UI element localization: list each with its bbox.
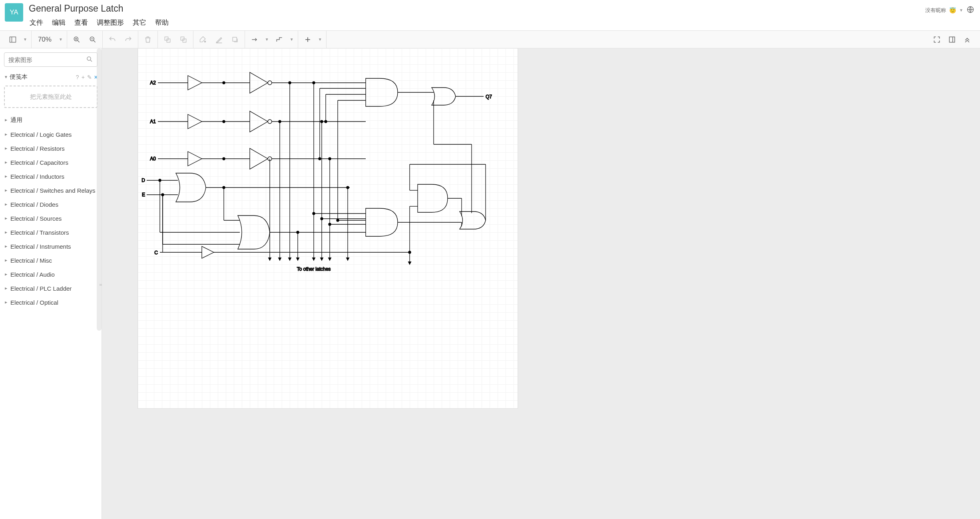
collapse-button[interactable] xyxy=(962,34,973,45)
search-icon[interactable] xyxy=(86,56,93,64)
category-label: Electrical / Misc xyxy=(10,257,52,264)
svg-line-4 xyxy=(78,40,79,42)
chevron-down-icon[interactable]: ▼ xyxy=(265,37,269,42)
svg-point-14 xyxy=(204,41,205,42)
svg-rect-13 xyxy=(181,37,184,40)
chevron-down-icon[interactable]: ▼ xyxy=(59,37,63,42)
category-label: Electrical / Switches and Relays xyxy=(10,187,96,194)
category-item[interactable]: ▼通用 xyxy=(0,113,102,128)
category-item[interactable]: ▼Electrical / Diodes xyxy=(0,198,102,212)
connection-button[interactable] xyxy=(249,34,260,45)
to-front-button[interactable] xyxy=(162,34,173,45)
category-label: Electrical / Diodes xyxy=(10,201,58,208)
zoom-in-button[interactable] xyxy=(71,34,82,45)
search-input[interactable] xyxy=(8,56,86,63)
plus-icon[interactable]: + xyxy=(82,74,85,80)
svg-point-27 xyxy=(268,81,272,85)
category-item[interactable]: ▼Electrical / Switches and Relays xyxy=(0,184,102,198)
category-item[interactable]: ▼Electrical / Sources xyxy=(0,212,102,226)
globe-icon[interactable] xyxy=(966,6,974,15)
chevron-down-icon[interactable]: ▼ xyxy=(23,37,27,42)
circuit-diagram[interactable]: A2 A1 A0 D E C Q7 To other latches xyxy=(138,48,518,328)
category-item[interactable]: ▼Electrical / Capacitors xyxy=(0,156,102,170)
fill-color-button[interactable] xyxy=(197,34,209,45)
menu-help[interactable]: 帮助 xyxy=(155,18,169,27)
triangle-right-icon: ▼ xyxy=(4,118,8,122)
label-q7: Q7 xyxy=(486,94,492,100)
svg-rect-20 xyxy=(949,37,954,42)
svg-point-80 xyxy=(325,120,327,123)
canvas[interactable]: A2 A1 A0 D E C Q7 To other latches xyxy=(102,48,980,519)
menu-other[interactable]: 其它 xyxy=(133,18,146,27)
fullscreen-button[interactable] xyxy=(931,34,942,45)
category-label: Electrical / PLC Ladder xyxy=(10,285,72,292)
app-header: YA General Purpose Latch 文件 编辑 查看 调整图形 其… xyxy=(0,0,980,31)
label-c: C xyxy=(154,250,158,256)
menu-edit[interactable]: 编辑 xyxy=(52,18,66,27)
category-item[interactable]: ▼Electrical / Optical xyxy=(0,295,102,309)
svg-point-22 xyxy=(87,57,91,60)
category-item[interactable]: ▼Electrical / Audio xyxy=(0,267,102,281)
svg-line-23 xyxy=(90,60,92,62)
category-item[interactable]: ▼Electrical / Instruments xyxy=(0,240,102,254)
pencil-icon[interactable]: ✎ xyxy=(87,74,92,80)
menu-file[interactable]: 文件 xyxy=(30,18,43,27)
chevron-down-icon[interactable]: ▼ xyxy=(959,8,963,12)
shadow-button[interactable] xyxy=(229,34,241,45)
undo-button[interactable] xyxy=(107,34,118,45)
category-item[interactable]: ▼Electrical / PLC Ladder xyxy=(0,281,102,295)
document-title[interactable]: General Purpose Latch xyxy=(28,3,925,16)
triangle-right-icon: ▼ xyxy=(4,259,8,263)
svg-point-38 xyxy=(223,158,225,160)
line-color-button[interactable] xyxy=(213,34,225,45)
label-a2: A2 xyxy=(150,80,156,86)
menu-view[interactable]: 查看 xyxy=(74,18,88,27)
category-label: Electrical / Audio xyxy=(10,271,55,278)
svg-point-63 xyxy=(279,120,281,123)
svg-rect-11 xyxy=(167,39,170,42)
scratchpad-dropzone[interactable]: 把元素拖至此处 xyxy=(4,86,98,108)
panel-toggle-button[interactable] xyxy=(7,34,18,45)
to-back-button[interactable] xyxy=(178,34,189,45)
category-item[interactable]: ▼Electrical / Resistors xyxy=(0,142,102,156)
category-item[interactable]: ▼Electrical / Logic Gates xyxy=(0,128,102,142)
label-d: D xyxy=(141,178,145,183)
label-a1: A1 xyxy=(150,119,156,124)
chevron-down-icon[interactable]: ▼ xyxy=(318,37,322,42)
redo-button[interactable] xyxy=(123,34,134,45)
menu-adjust-shape[interactable]: 调整图形 xyxy=(97,18,124,27)
triangle-right-icon: ▼ xyxy=(4,189,8,193)
category-item[interactable]: ▼Electrical / Inductors xyxy=(0,170,102,184)
scratchpad-title: 便笺本 xyxy=(10,73,28,81)
user-nickname-label[interactable]: 没有昵称 xyxy=(925,7,946,14)
category-label: Electrical / Inductors xyxy=(10,173,64,180)
triangle-right-icon: ▼ xyxy=(4,245,8,249)
avatar[interactable]: YA xyxy=(5,3,23,22)
scratchpad-hint: 把元素拖至此处 xyxy=(30,93,72,101)
svg-point-32 xyxy=(223,120,225,123)
scrollbar[interactable] xyxy=(97,48,102,331)
zoom-level[interactable]: 70% xyxy=(36,36,54,44)
category-item[interactable]: ▼Electrical / Misc xyxy=(0,254,102,267)
shape-category-list: ▼通用 ▼Electrical / Logic Gates ▼Electrica… xyxy=(0,113,102,519)
category-item[interactable]: ▼Electrical / Transistors xyxy=(0,226,102,240)
drawing-page[interactable]: A2 A1 A0 D E C Q7 To other latches xyxy=(138,48,518,408)
triangle-right-icon: ▼ xyxy=(4,287,8,291)
shapes-sidebar: ▼ 便笺本 ? + ✎ × 把元素拖至此处 ▼通用 ▼Electrical / … xyxy=(0,48,102,519)
zoom-out-button[interactable] xyxy=(87,34,98,45)
scratchpad-header[interactable]: ▼ 便笺本 ? + ✎ × xyxy=(0,71,102,83)
delete-button[interactable] xyxy=(142,34,153,45)
svg-rect-12 xyxy=(183,39,186,42)
help-icon[interactable]: ? xyxy=(76,74,79,80)
category-label: Electrical / Transistors xyxy=(10,229,69,236)
chevron-down-icon[interactable]: ▼ xyxy=(290,37,294,42)
category-label: Electrical / Capacitors xyxy=(10,159,68,166)
format-panel-button[interactable] xyxy=(946,34,958,45)
avatar-initials: YA xyxy=(10,8,18,16)
triangle-right-icon: ▼ xyxy=(4,147,8,151)
waypoint-button[interactable] xyxy=(274,34,285,45)
label-e: E xyxy=(142,192,145,198)
svg-line-8 xyxy=(94,40,95,42)
triangle-right-icon: ▼ xyxy=(4,231,8,235)
add-button[interactable] xyxy=(302,34,313,45)
